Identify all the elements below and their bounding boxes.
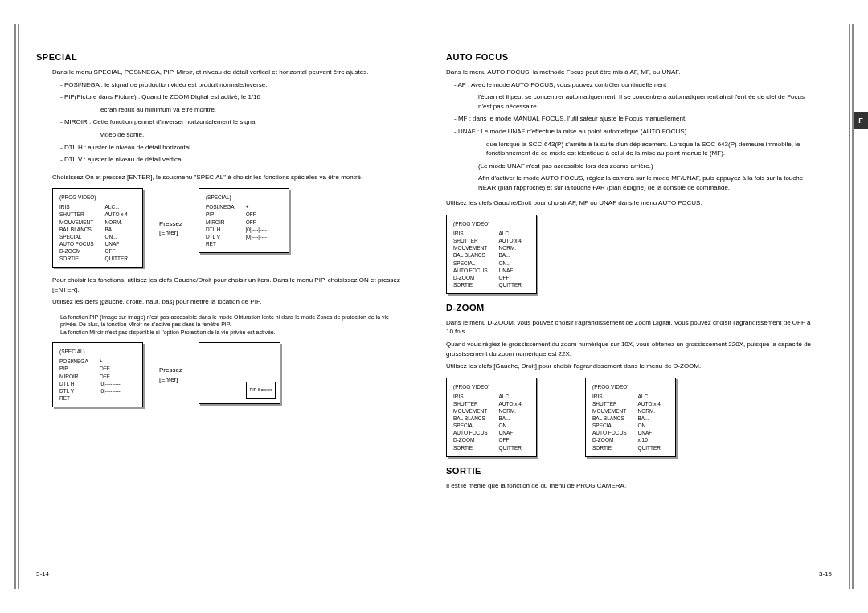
pip-note-1: La fonction PIP (image sur image) n'est … <box>60 313 406 329</box>
menu-title: (PROG VIDEO) <box>592 383 669 390</box>
heading-special: SPECIAL <box>36 51 422 64</box>
dzoom-p1: Dans le menu D-ZOOM, vous pouvez choisir… <box>446 318 816 337</box>
af-bullet-unaf: - UNAF : Le mode UNAF n'effectue la mise… <box>454 127 816 137</box>
left-page: SPECIAL Dans le menu SPECIAL, POSI/NEGA,… <box>36 48 422 581</box>
menu-row-2: (SPECIAL) POSI/NEGA+PIPOFFMIROIROFFDTL H… <box>52 342 422 407</box>
menu-row-af: (PROG VIDEO) IRISALC...SHUTTERAUTO x 4MO… <box>446 215 832 294</box>
af-keys-instruction: Utilisez les clefs Gauche/Droit pour cho… <box>446 198 816 208</box>
menu-row-1: (PROG VIDEO) IRISALC...SHUTTERAUTO x 4MO… <box>52 188 422 268</box>
bullet-dtlv: - DTL V : ajuster le niveau de détail ve… <box>60 155 406 165</box>
bullet-dtlh: - DTL H : ajuster le niveau de détail ho… <box>60 143 406 153</box>
right-page: AUTO FOCUS Dans le menu AUTO FOCUS, la m… <box>446 48 832 581</box>
heading-sortie: SORTIE <box>446 465 832 478</box>
menu-prog-video-dzoom-x10: (PROG VIDEO) IRISALC...SHUTTERAUTO x 4MO… <box>585 378 676 457</box>
af-unaf-note: (Le mode UNAF n'est pas accessible lors … <box>478 161 816 171</box>
menu-title: (PROG VIDEO) <box>453 220 530 227</box>
press-enter-label-1: Pressez[Enter] <box>159 219 182 237</box>
menu-special-1: (SPECIAL) POSI/NEGA+PIPOFFMIROIROFFDTL H… <box>199 188 289 253</box>
bullet-pip-cont: écran réduit au minimum va être montré. <box>100 105 406 115</box>
bullet-miroir-cont: vidéo de sortie. <box>100 130 406 140</box>
page-spread: SPECIAL Dans le menu SPECIAL, POSI/NEGA,… <box>0 0 868 613</box>
af-bullet-unaf-cont: que lorsque la SCC-643(P) s'arrête à la … <box>486 140 816 158</box>
af-bullet-mf: - MF : dans le mode MANUAL FOCUS, l'util… <box>454 114 816 124</box>
bullet-miroir: - MIROIR : Cette fonction permet d'inver… <box>60 117 406 127</box>
menu-special-2: (SPECIAL) POSI/NEGA+PIPOFFMIROIROFFDTL H… <box>52 342 143 407</box>
heading-autofocus: AUTO FOCUS <box>446 51 832 64</box>
pip-preview-box: PIP Screen <box>199 342 280 404</box>
sortie-text: Il est le même que la fonction de du men… <box>446 481 816 491</box>
menu-title: (SPECIAL) <box>206 194 282 201</box>
pip-screen-inset: PIP Screen <box>246 382 276 399</box>
special-intro: Dans le menu SPECIAL, POSI/NEGA, PIP, Mi… <box>52 67 406 77</box>
heading-dzoom: D-ZOOM <box>446 302 832 315</box>
af-bullet-af: - AF : Avec le mode AUTO FOCUS, vous pou… <box>454 80 816 90</box>
press-enter-label-2: Pressez[Enter] <box>159 366 182 383</box>
bullet-pip: - PIP(Picture dans Picture) : Quand le Z… <box>60 92 406 102</box>
page-number-left: 3-14 <box>36 570 49 579</box>
bullet-posinega: - POSI/NEGA : le signal de production vi… <box>60 80 406 90</box>
menu-title: (PROG VIDEO) <box>453 383 530 390</box>
af-intro: Dans le menu AUTO FOCUS, la méthode Focu… <box>446 67 816 77</box>
menu-prog-video-dzoom-off: (PROG VIDEO) IRISALC...SHUTTERAUTO x 4MO… <box>446 378 537 457</box>
af-bullet-af-cont: l'écran et il peut se concentrer automat… <box>478 92 816 111</box>
menu-prog-video-af: (PROG VIDEO) IRISALC...SHUTTERAUTO x 4MO… <box>446 215 537 294</box>
pip-instruction-1: Pour choisir les fonctions, utilisez les… <box>52 276 406 294</box>
dzoom-p2: Quand vous réglez le grossissement du zo… <box>446 340 816 358</box>
menu-row-dzoom: (PROG VIDEO) IRISALC...SHUTTERAUTO x 4MO… <box>446 378 832 457</box>
menu-title: (SPECIAL) <box>59 348 136 355</box>
page-number-right: 3-15 <box>819 570 832 579</box>
af-activate-note: Afin d'activer le mode AUTO FOCUS, régle… <box>478 174 816 192</box>
menu-prog-video-1: (PROG VIDEO) IRISALC...SHUTTERAUTO x 4MO… <box>52 188 143 268</box>
pip-note-2: La fonction Miroir n'est pas disponible … <box>60 329 406 336</box>
dzoom-p3: Utilisez les clefs [Gauche, Droit] pour … <box>446 362 816 371</box>
menu-title: (PROG VIDEO) <box>59 194 136 201</box>
pip-instruction-2: Utilisez les clefs [gauche, droite, haut… <box>52 297 406 307</box>
special-instruction: Choisissez On et pressez [ENTER], le sou… <box>52 173 406 182</box>
